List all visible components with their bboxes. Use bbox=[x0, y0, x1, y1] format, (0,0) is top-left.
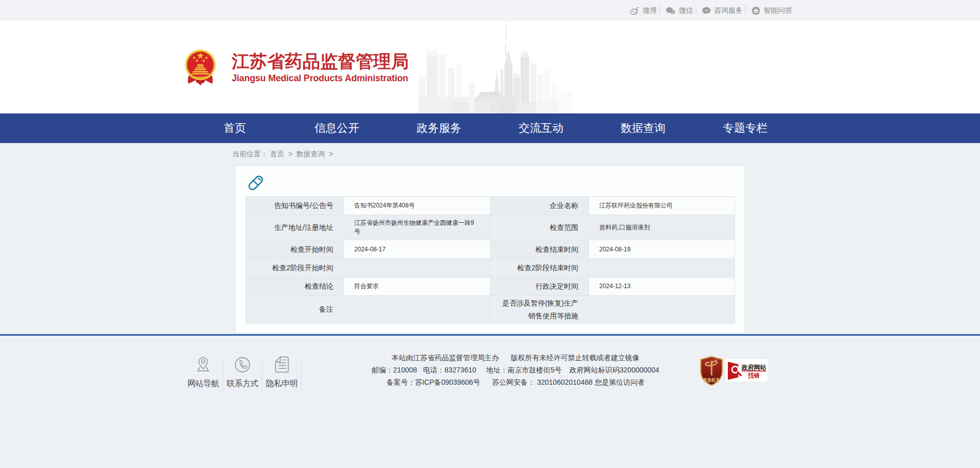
svg-text:找错: 找错 bbox=[748, 372, 760, 379]
svg-text:党政机关: 党政机关 bbox=[703, 378, 720, 383]
svg-text:政府网站: 政府网站 bbox=[741, 364, 767, 371]
